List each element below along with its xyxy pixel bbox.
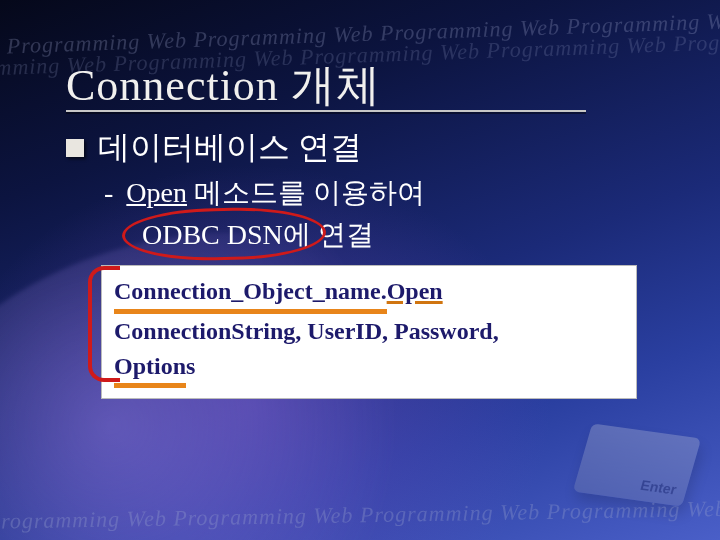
slide: Enter Web Programming Web Programming We… xyxy=(0,0,720,540)
code-object-name: Connection_Object_name. xyxy=(114,274,387,314)
code-open-keyword: Open xyxy=(387,278,443,304)
bullet-square-icon xyxy=(66,139,84,157)
keyboard-key-graphic: Enter xyxy=(573,423,701,506)
code-option-word: Option xyxy=(114,349,186,389)
code-line-2: ConnectionString, UserID, Password, xyxy=(114,314,624,349)
dash-icon: - xyxy=(104,177,120,208)
sub-line-1-rest: 메소드를 이용하여 xyxy=(187,177,425,208)
sub-line-1: - Open 메소드를 이용하여 xyxy=(104,174,425,212)
bullet-row: 데이터베이스 연결 xyxy=(66,126,362,170)
slide-title: Connection 개체 xyxy=(66,56,381,115)
code-line-3: Options xyxy=(114,349,624,389)
key-label: Enter xyxy=(639,477,679,498)
bullet-text: 데이터베이스 연결 xyxy=(98,126,362,170)
code-option-s: s xyxy=(186,353,195,379)
sub-line-2: ODBC DSN에 연결 xyxy=(142,216,374,254)
code-box: Connection_Object_name.Open ConnectionSt… xyxy=(102,266,636,398)
watermark-text: Web Programming Web Programming Web Prog… xyxy=(0,5,720,61)
open-method-word: Open xyxy=(126,177,187,208)
title-underline xyxy=(66,110,586,112)
code-line-1: Connection_Object_name.Open xyxy=(114,274,624,314)
